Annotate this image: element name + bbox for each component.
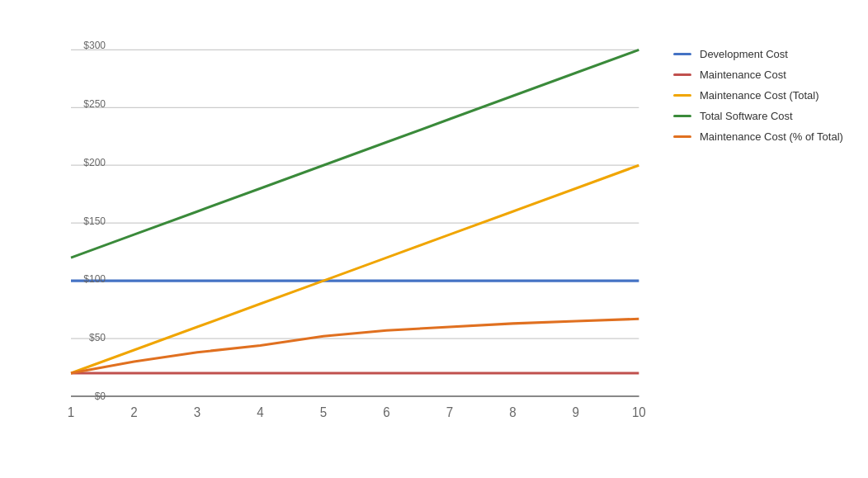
y-label: $50 xyxy=(71,332,112,343)
legend-color-swatch xyxy=(673,94,691,97)
svg-text:1: 1 xyxy=(68,405,74,419)
legend-item: Maintenance Cost xyxy=(673,69,847,81)
legend-item: Total Software Cost xyxy=(673,110,847,122)
legend: Development CostMaintenance CostMaintena… xyxy=(657,40,847,452)
svg-text:10: 10 xyxy=(632,405,646,419)
legend-item: Development Cost xyxy=(673,48,847,60)
svg-text:5: 5 xyxy=(320,405,328,419)
chart-area: $0$50$100$150$200$250$300 12345678910 xyxy=(30,40,657,452)
legend-label: Development Cost xyxy=(700,48,788,60)
y-label: $300 xyxy=(71,40,112,51)
svg-text:7: 7 xyxy=(446,405,453,419)
legend-color-swatch xyxy=(673,135,691,138)
svg-text:4: 4 xyxy=(257,405,264,419)
legend-color-swatch xyxy=(673,115,691,117)
y-label: $100 xyxy=(71,273,112,285)
svg-text:3: 3 xyxy=(194,405,200,419)
y-label: $200 xyxy=(71,157,112,168)
chart-container: $0$50$100$150$200$250$300 12345678910 De… xyxy=(13,10,855,468)
chart-inner: $0$50$100$150$200$250$300 12345678910 xyxy=(71,40,649,427)
legend-label: Total Software Cost xyxy=(700,110,793,122)
svg-text:9: 9 xyxy=(573,405,579,419)
y-axis-labels: $0$50$100$150$200$250$300 xyxy=(71,40,112,402)
svg-text:8: 8 xyxy=(509,405,516,419)
legend-color-swatch xyxy=(673,53,691,55)
legend-label: Maintenance Cost (Total) xyxy=(700,89,819,102)
y-label: $250 xyxy=(71,98,112,110)
svg-text:6: 6 xyxy=(383,405,389,419)
chart-svg: 12345678910 xyxy=(71,40,649,427)
y-label: $150 xyxy=(71,215,112,227)
legend-label: Maintenance Cost xyxy=(700,69,786,81)
chart-body: $0$50$100$150$200$250$300 12345678910 De… xyxy=(30,40,847,452)
legend-item: Maintenance Cost (Total) xyxy=(673,89,847,102)
legend-color-swatch xyxy=(673,73,691,76)
legend-item: Maintenance Cost (% of Total) xyxy=(673,130,847,143)
legend-label: Maintenance Cost (% of Total) xyxy=(700,130,843,143)
svg-text:2: 2 xyxy=(130,405,137,419)
y-label: $0 xyxy=(71,390,112,402)
